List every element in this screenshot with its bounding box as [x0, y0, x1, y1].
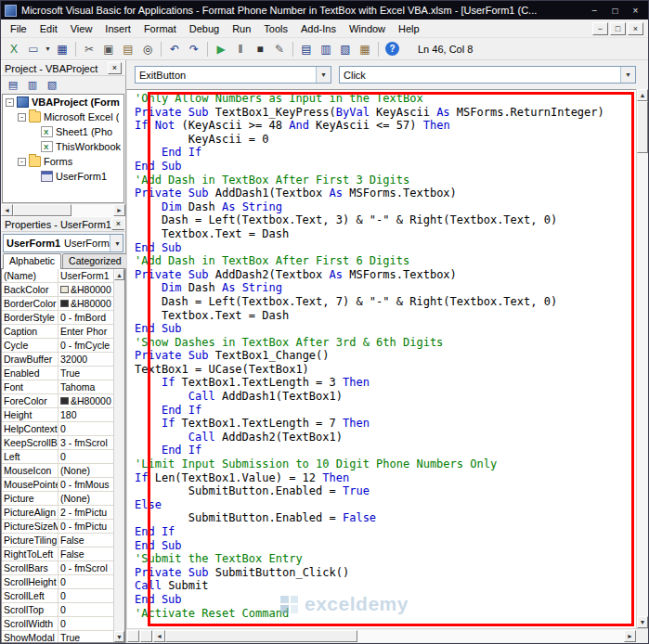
- property-row-drawbuffer[interactable]: DrawBuffer32000: [2, 353, 113, 367]
- properties-vscroll-track[interactable]: [114, 280, 124, 631]
- reset-icon[interactable]: ■: [251, 40, 269, 58]
- menu-item-edit[interactable]: Edit: [33, 20, 64, 37]
- code-editor[interactable]: 'Only Allow Numbers as Input in the Text…: [126, 89, 636, 628]
- project-hscroll-track[interactable]: [13, 204, 113, 216]
- tree-expander-icon[interactable]: -: [6, 98, 14, 107]
- paste-icon[interactable]: ▤: [119, 40, 137, 58]
- view-code-icon[interactable]: ▤: [5, 78, 21, 93]
- scroll-left-icon[interactable]: ◄: [153, 630, 165, 642]
- cut-icon[interactable]: ✂: [80, 40, 98, 58]
- properties-object-selector[interactable]: UserForm1 UserForm ▼: [3, 234, 123, 252]
- child-close-button[interactable]: ×: [628, 22, 643, 35]
- design-mode-icon[interactable]: ✎: [270, 40, 289, 58]
- view-object-icon[interactable]: ▥: [24, 78, 41, 93]
- property-row-mouseicon[interactable]: MouseIcon(None): [2, 464, 113, 478]
- project-explorer-icon[interactable]: ▤: [297, 40, 316, 58]
- object-browser-icon[interactable]: ▧: [336, 40, 355, 58]
- close-button[interactable]: ×: [627, 4, 644, 18]
- toolbox-icon[interactable]: ▦: [356, 40, 374, 58]
- run-icon[interactable]: ▶: [212, 40, 230, 58]
- restore-button[interactable]: □: [606, 4, 624, 18]
- property-row-name[interactable]: (Name)UserForm1: [2, 269, 113, 283]
- property-row-scrollheight[interactable]: ScrollHeight0: [2, 575, 113, 589]
- property-row-picturealign[interactable]: PictureAlign2 - fmPictu: [2, 506, 113, 520]
- code-lines[interactable]: 'Only Allow Numbers as Input in the Text…: [127, 90, 636, 628]
- code-hscroll-thumb[interactable]: [165, 630, 357, 642]
- tree-item-microsoftexcel[interactable]: -Microsoft Excel (: [3, 109, 123, 124]
- property-row-showmodal[interactable]: ShowModalTrue: [2, 631, 113, 642]
- help-icon[interactable]: ?: [385, 42, 399, 56]
- property-row-scrollleft[interactable]: ScrollLeft0: [2, 589, 113, 603]
- property-row-scrollwidth[interactable]: ScrollWidth0: [2, 617, 113, 631]
- property-row-helpcontext[interactable]: HelpContext0: [2, 422, 113, 436]
- menu-item-file[interactable]: File: [4, 20, 33, 37]
- break-icon[interactable]: ‖: [231, 40, 250, 58]
- menu-item-debug[interactable]: Debug: [183, 20, 226, 37]
- property-row-keepscrollb[interactable]: KeepScrollB3 - fmScrol: [2, 436, 113, 450]
- property-row-picturesizem[interactable]: PictureSizeM0 - fmPictu: [2, 520, 113, 534]
- selector-dropdown-icon[interactable]: ▼: [110, 235, 123, 251]
- tab-alphabetic[interactable]: Alphabetic: [3, 253, 61, 269]
- property-row-height[interactable]: Height180: [2, 408, 113, 422]
- property-row-picture[interactable]: Picture(None): [2, 492, 113, 506]
- child-minimize-button[interactable]: −: [592, 22, 608, 35]
- view-excel-icon[interactable]: X: [5, 40, 23, 58]
- scroll-down-icon[interactable]: ▼: [637, 616, 648, 628]
- copy-icon[interactable]: ▣: [99, 40, 118, 58]
- tab-categorized[interactable]: Categorized: [62, 253, 128, 268]
- property-row-font[interactable]: FontTahoma: [2, 380, 113, 394]
- property-row-borderstyle[interactable]: BorderStyle0 - fmBord: [2, 311, 113, 325]
- code-vscrollbar[interactable]: ▲ ▼: [636, 89, 648, 628]
- toggle-folders-icon[interactable]: ▧: [44, 78, 60, 93]
- property-row-backcolor[interactable]: BackColor&H80000: [2, 283, 113, 297]
- object-dropdown[interactable]: ExitButton ▼: [135, 66, 331, 84]
- menu-item-window[interactable]: Window: [343, 20, 392, 37]
- project-hscrollbar[interactable]: ◄ ►: [1, 203, 125, 216]
- tree-item-vbaprojectform[interactable]: -VBAProject (Form: [3, 95, 123, 109]
- property-row-caption[interactable]: CaptionEnter Phor: [2, 325, 113, 339]
- menu-item-tools[interactable]: Tools: [257, 20, 294, 37]
- tree-item-userform1[interactable]: UserForm1: [3, 169, 123, 184]
- menu-item-help[interactable]: Help: [392, 20, 426, 37]
- property-row-righttoleft[interactable]: RightToLeftFalse: [2, 547, 113, 561]
- scroll-down-icon[interactable]: ▼: [114, 631, 124, 642]
- property-row-picturetiling[interactable]: PictureTilingFalse: [2, 534, 113, 547]
- tree-item-thisworkbook[interactable]: ThisWorkbook: [3, 139, 123, 154]
- code-vscroll-thumb[interactable]: [637, 101, 648, 153]
- properties-vscrollbar[interactable]: ▲ ▼: [113, 269, 124, 642]
- property-row-mousepointe[interactable]: MousePointe0 - fmMous: [2, 478, 113, 492]
- tree-item-forms[interactable]: -Forms: [3, 154, 123, 169]
- property-row-scrolltop[interactable]: ScrollTop0: [2, 603, 113, 617]
- property-row-left[interactable]: Left0: [2, 450, 113, 464]
- margin-split-box[interactable]: [127, 630, 139, 642]
- code-hscroll-track[interactable]: [165, 630, 624, 642]
- menu-item-run[interactable]: Run: [226, 20, 257, 37]
- property-row-enabled[interactable]: EnabledTrue: [2, 367, 113, 380]
- property-row-bordercolor[interactable]: BorderColor&H80000: [2, 297, 113, 311]
- project-hscroll-thumb[interactable]: [13, 204, 71, 216]
- property-row-forecolor[interactable]: ForeColor&H80000: [2, 394, 113, 408]
- menu-item-insert[interactable]: Insert: [98, 20, 137, 37]
- scroll-right-icon[interactable]: ►: [113, 204, 125, 216]
- find-icon[interactable]: ◎: [138, 40, 157, 58]
- scroll-up-icon[interactable]: ▲: [114, 269, 124, 280]
- menu-item-format[interactable]: Format: [137, 20, 183, 37]
- undo-icon[interactable]: ↶: [165, 40, 184, 58]
- redo-icon[interactable]: ↷: [185, 40, 203, 58]
- margin-split-box[interactable]: [140, 630, 152, 642]
- property-row-cycle[interactable]: Cycle0 - fmCycle: [2, 339, 113, 353]
- properties-window-icon[interactable]: ▥: [317, 40, 335, 58]
- tree-item-sheet1pho[interactable]: Sheet1 (Pho: [3, 124, 123, 139]
- child-restore-button[interactable]: □: [610, 22, 626, 35]
- scroll-right-icon[interactable]: ►: [624, 630, 636, 642]
- object-dropdown-icon[interactable]: ▼: [316, 67, 331, 83]
- insert-userform-icon[interactable]: ▭: [24, 40, 43, 58]
- tree-expander-icon[interactable]: -: [18, 113, 26, 122]
- insert-userform-icon-dropdown-icon[interactable]: ▼: [44, 45, 52, 52]
- scroll-up-icon[interactable]: ▲: [637, 89, 648, 101]
- minimize-button[interactable]: −: [586, 4, 604, 18]
- event-dropdown-icon[interactable]: ▼: [620, 67, 635, 83]
- properties-panel-close-icon[interactable]: ×: [111, 218, 125, 230]
- scroll-left-icon[interactable]: ◄: [1, 204, 13, 216]
- property-row-scrollbars[interactable]: ScrollBars0 - fmScrol: [2, 561, 113, 575]
